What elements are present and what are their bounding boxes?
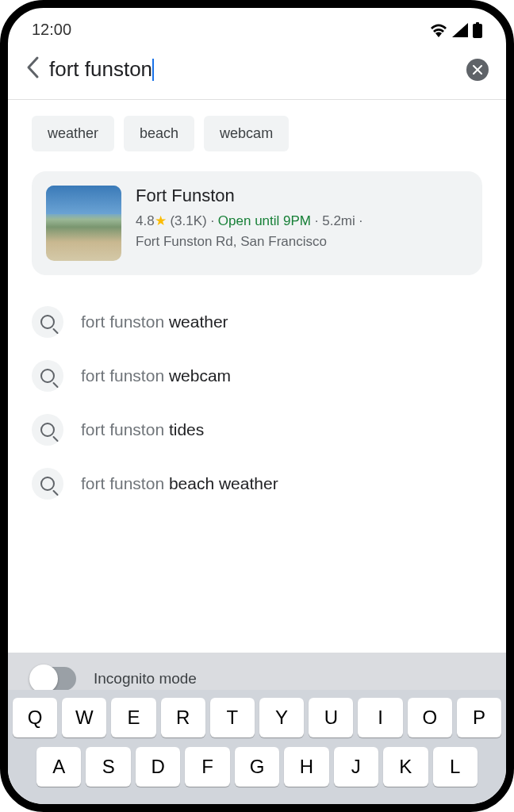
- key-y[interactable]: Y: [259, 698, 304, 737]
- place-rating: 4.8: [136, 213, 155, 228]
- keyboard-row-2: A S D F G H J K L: [13, 747, 501, 787]
- search-icon: [32, 414, 63, 446]
- suggestion-item[interactable]: fort funston webcam: [32, 349, 482, 403]
- back-button[interactable]: [25, 56, 40, 83]
- toggle-knob: [29, 665, 58, 693]
- search-bar: fort funston: [8, 48, 506, 99]
- key-w[interactable]: W: [62, 698, 106, 737]
- suggestion-text: fort funston beach weather: [81, 474, 278, 493]
- suggestion-item[interactable]: fort funston beach weather: [32, 457, 482, 511]
- incognito-label: Incognito mode: [94, 670, 197, 688]
- suggestion-item[interactable]: fort funston tides: [32, 403, 482, 457]
- place-info: Fort Funston 4.8★ (3.1K) · Open until 9P…: [136, 186, 468, 251]
- suggestion-text: fort funston tides: [81, 420, 204, 439]
- place-distance: 5.2mi: [322, 213, 355, 228]
- incognito-toggle[interactable]: [32, 667, 76, 691]
- suggestions-list: fort funston weather fort funston webcam…: [8, 295, 506, 511]
- status-bar: 12:00: [8, 8, 506, 48]
- key-p[interactable]: P: [457, 698, 501, 737]
- svg-rect-1: [476, 22, 479, 25]
- svg-rect-0: [473, 24, 482, 38]
- place-reviews: (3.1K): [170, 213, 206, 228]
- search-icon: [32, 306, 63, 338]
- key-q[interactable]: Q: [13, 698, 57, 737]
- key-j[interactable]: J: [334, 747, 378, 787]
- status-time: 12:00: [32, 21, 71, 39]
- chip-webcam[interactable]: webcam: [204, 116, 289, 151]
- key-d[interactable]: D: [136, 747, 180, 787]
- close-icon: [473, 65, 482, 75]
- place-title: Fort Funston: [136, 186, 468, 206]
- suggestion-item[interactable]: fort funston weather: [32, 295, 482, 349]
- divider: [8, 99, 506, 100]
- chip-weather[interactable]: weather: [32, 116, 114, 151]
- key-e[interactable]: E: [111, 698, 155, 737]
- chip-row: weather beach webcam: [8, 116, 506, 171]
- key-i[interactable]: I: [358, 698, 402, 737]
- signal-icon: [452, 23, 468, 37]
- search-icon: [32, 468, 63, 500]
- keyboard-row-1: Q W E R T Y U I O P: [13, 698, 501, 737]
- place-card[interactable]: Fort Funston 4.8★ (3.1K) · Open until 9P…: [32, 171, 482, 275]
- text-cursor: [152, 59, 154, 81]
- key-t[interactable]: T: [210, 698, 255, 737]
- key-h[interactable]: H: [284, 747, 328, 787]
- suggestion-text: fort funston webcam: [81, 366, 231, 385]
- key-f[interactable]: F: [185, 747, 229, 787]
- place-meta: 4.8★ (3.1K) · Open until 9PM · 5.2mi · F…: [136, 211, 468, 251]
- key-o[interactable]: O: [408, 698, 452, 737]
- key-r[interactable]: R: [161, 698, 205, 737]
- keyboard: Q W E R T Y U I O P A S D F G H J K L: [8, 690, 506, 804]
- key-l[interactable]: L: [433, 747, 478, 787]
- clear-button[interactable]: [466, 59, 489, 81]
- wifi-icon: [430, 23, 447, 37]
- key-u[interactable]: U: [309, 698, 353, 737]
- star-icon: ★: [155, 213, 167, 228]
- place-thumbnail: [46, 186, 121, 261]
- chip-beach[interactable]: beach: [124, 116, 194, 151]
- search-icon: [32, 360, 63, 392]
- place-open: Open until 9PM: [218, 213, 311, 228]
- key-a[interactable]: A: [36, 747, 81, 787]
- search-input[interactable]: fort funston: [49, 57, 152, 82]
- key-k[interactable]: K: [383, 747, 428, 787]
- suggestion-text: fort funston weather: [81, 312, 228, 331]
- status-icons: [430, 22, 482, 38]
- key-s[interactable]: S: [86, 747, 130, 787]
- battery-icon: [473, 22, 482, 38]
- place-address: Fort Funston Rd, San Francisco: [136, 234, 327, 249]
- key-g[interactable]: G: [235, 747, 279, 787]
